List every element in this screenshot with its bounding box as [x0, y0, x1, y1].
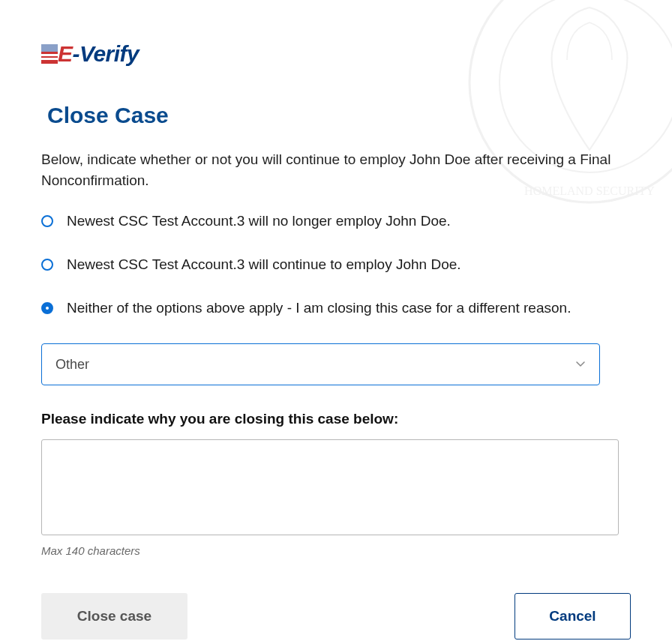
action-button-row: Close case Cancel [41, 593, 631, 640]
chevron-down-icon [575, 359, 586, 370]
select-value: Other [56, 357, 89, 373]
radio-icon [41, 259, 53, 271]
radio-option-continue-employ[interactable]: Newest CSC Test Account.3 will continue … [41, 256, 631, 273]
radio-option-no-longer-employ[interactable]: Newest CSC Test Account.3 will no longer… [41, 213, 631, 229]
everify-logo: E-Verify [41, 41, 631, 67]
radio-icon [41, 215, 53, 227]
reason-textarea[interactable] [41, 439, 619, 535]
flag-icon [41, 44, 58, 64]
radio-option-neither[interactable]: Neither of the options above apply - I a… [41, 300, 631, 316]
instruction-text: Below, indicate whether or not you will … [41, 149, 631, 190]
employment-decision-radio-group: Newest CSC Test Account.3 will no longer… [41, 213, 631, 316]
reason-textarea-label: Please indicate why you are closing this… [41, 411, 631, 427]
radio-icon [41, 302, 53, 314]
radio-label: Neither of the options above apply - I a… [67, 300, 571, 316]
logo-prefix: E [58, 41, 73, 66]
logo-suffix: -Verify [73, 41, 140, 66]
radio-label: Newest CSC Test Account.3 will continue … [67, 256, 461, 273]
char-limit-helper: Max 140 characters [41, 544, 631, 557]
close-case-button[interactable]: Close case [41, 593, 188, 640]
page-title: Close Case [47, 103, 631, 128]
radio-label: Newest CSC Test Account.3 will no longer… [67, 213, 451, 229]
cancel-button[interactable]: Cancel [514, 593, 631, 640]
reason-select[interactable]: Other [41, 343, 600, 385]
